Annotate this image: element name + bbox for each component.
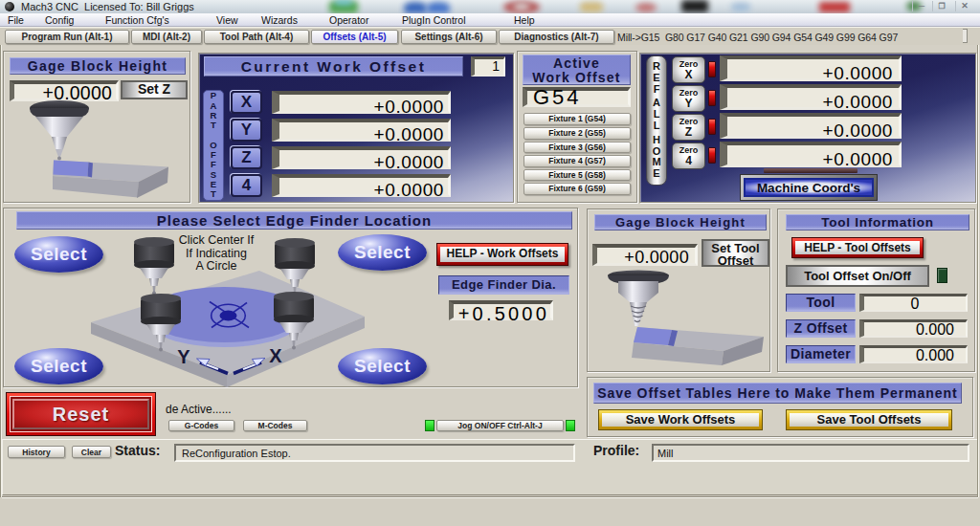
svg-text:X: X: [269, 345, 282, 366]
svg-text:Y: Y: [177, 346, 190, 367]
